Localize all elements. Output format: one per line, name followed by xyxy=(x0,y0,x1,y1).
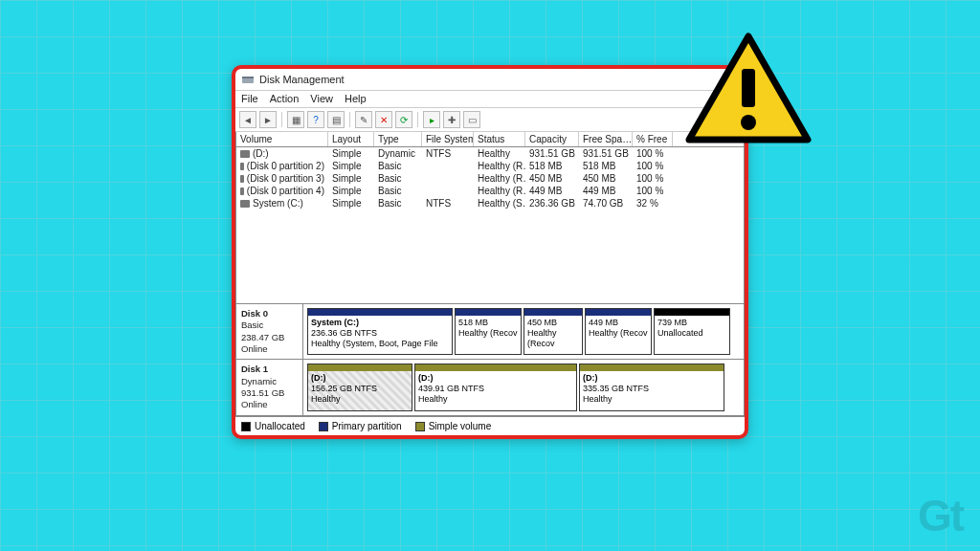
legend-item: Primary partition xyxy=(319,421,402,431)
drive-icon xyxy=(240,150,250,158)
svg-point-4 xyxy=(741,115,756,130)
col-pct[interactable]: % Free xyxy=(633,132,673,146)
swatch-unallocated xyxy=(241,422,251,431)
partition[interactable]: (D:)156.25 GB NTFSHealthy xyxy=(307,364,412,410)
partition[interactable]: 739 MBUnallocated xyxy=(654,308,730,355)
col-volume[interactable]: Volume xyxy=(236,132,328,146)
disk-partitions: System (C:)236.36 GB NTFSHealthy (System… xyxy=(303,304,744,359)
col-filesystem[interactable]: File System xyxy=(422,132,474,146)
table-body: (D:)SimpleDynamicNTFSHealthy931.51 GB931… xyxy=(236,147,744,209)
partition[interactable]: (D:)335.35 GB NTFSHealthy xyxy=(579,364,724,410)
legend-item: Unallocated xyxy=(241,421,305,431)
back-button[interactable]: ◄ xyxy=(239,111,256,128)
partition[interactable]: 518 MBHealthy (Recov xyxy=(455,308,522,355)
toolbar-separator xyxy=(349,112,350,127)
table-row[interactable]: (D:)SimpleDynamicNTFSHealthy931.51 GB931… xyxy=(236,147,744,160)
swatch-primary xyxy=(319,422,328,431)
menu-help[interactable]: Help xyxy=(345,93,367,104)
disk-panel: Disk 1Dynamic931.51 GBOnline(D:)156.25 G… xyxy=(235,360,745,415)
disk-management-window: Disk Management — File Action View Help … xyxy=(232,65,748,439)
partition-bar xyxy=(524,309,582,316)
volume-table: Volume Layout Type File System Status Ca… xyxy=(235,132,745,304)
list-button[interactable]: ▭ xyxy=(463,111,480,128)
partition[interactable]: 450 MBHealthy (Recov xyxy=(523,308,583,355)
disk-info: Disk 0Basic238.47 GBOnline xyxy=(236,304,303,359)
partition-bar xyxy=(586,309,651,316)
toolbar-separator xyxy=(417,112,418,127)
titlebar: Disk Management — xyxy=(235,69,745,91)
refresh-button[interactable]: ⟳ xyxy=(395,111,412,128)
disk-panel: Disk 0Basic238.47 GBOnlineSystem (C:)236… xyxy=(235,304,745,360)
warning-icon xyxy=(681,31,815,155)
action-button[interactable]: ▸ xyxy=(423,111,440,128)
svg-rect-1 xyxy=(242,77,254,78)
legend-label: Unallocated xyxy=(255,421,305,431)
table-row[interactable]: (Disk 0 partition 4)SimpleBasicHealthy (… xyxy=(236,185,744,197)
disk-partitions: (D:)156.25 GB NTFSHealthy(D:)439.91 GB N… xyxy=(303,360,744,414)
drive-icon xyxy=(240,163,244,170)
menu-file[interactable]: File xyxy=(241,93,258,104)
swatch-simple xyxy=(415,422,425,431)
partition-bar xyxy=(308,309,452,316)
legend-item: Simple volume xyxy=(415,421,492,431)
toolbar-separator xyxy=(281,112,282,127)
legend-label: Primary partition xyxy=(332,421,402,431)
disk-graphical-view: Disk 0Basic238.47 GBOnlineSystem (C:)236… xyxy=(235,304,745,416)
properties-button[interactable]: ✎ xyxy=(355,111,372,128)
partition[interactable]: System (C:)236.36 GB NTFSHealthy (System… xyxy=(307,308,453,355)
settings-button[interactable]: ▤ xyxy=(327,111,345,128)
partition-bar xyxy=(415,364,576,371)
menu-view[interactable]: View xyxy=(310,93,333,104)
col-layout[interactable]: Layout xyxy=(328,132,374,146)
legend: Unallocated Primary partition Simple vol… xyxy=(235,416,745,435)
app-icon xyxy=(241,73,255,86)
legend-label: Simple volume xyxy=(429,421,492,431)
table-row[interactable]: System (C:)SimpleBasicNTFSHealthy (S…236… xyxy=(236,197,744,209)
col-status[interactable]: Status xyxy=(474,132,525,146)
partition-bar xyxy=(655,309,729,316)
col-free[interactable]: Free Spa… xyxy=(579,132,633,146)
table-row[interactable]: (Disk 0 partition 2)SimpleBasicHealthy (… xyxy=(236,160,744,172)
menubar: File Action View Help xyxy=(235,91,745,108)
col-capacity[interactable]: Capacity xyxy=(525,132,579,146)
table-row[interactable]: (Disk 0 partition 3)SimpleBasicHealthy (… xyxy=(236,172,744,185)
menu-action[interactable]: Action xyxy=(270,93,300,104)
toolbar: ◄ ► ▦ ? ▤ ✎ ✕ ⟳ ▸ ✚ ▭ xyxy=(235,108,745,132)
window-title: Disk Management xyxy=(259,74,714,85)
partition-bar xyxy=(308,364,412,371)
partition[interactable]: (D:)439.91 GB NTFSHealthy xyxy=(414,364,577,410)
partition-bar xyxy=(456,309,521,316)
table-header: Volume Layout Type File System Status Ca… xyxy=(236,132,744,147)
col-type[interactable]: Type xyxy=(374,132,422,146)
svg-rect-3 xyxy=(742,69,755,107)
panel-button[interactable]: ▦ xyxy=(287,111,304,128)
drive-icon xyxy=(240,187,244,195)
watermark: Gt xyxy=(918,490,963,541)
drive-icon xyxy=(240,175,244,183)
delete-button[interactable]: ✕ xyxy=(375,111,392,128)
drive-icon xyxy=(240,200,250,208)
partition-bar xyxy=(580,364,724,371)
help-button[interactable]: ? xyxy=(307,111,324,128)
disk-info: Disk 1Dynamic931.51 GBOnline xyxy=(236,360,303,414)
partition[interactable]: 449 MBHealthy (Recov xyxy=(585,308,652,355)
new-button[interactable]: ✚ xyxy=(443,111,460,128)
forward-button[interactable]: ► xyxy=(259,111,277,128)
